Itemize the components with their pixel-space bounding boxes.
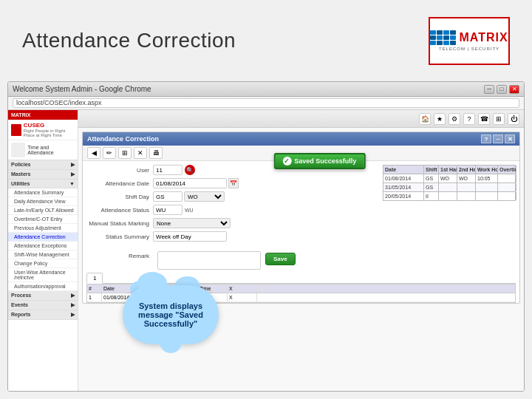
- attendance-status-sub: WU: [185, 208, 194, 213]
- status-summary-label: Status Summary: [86, 233, 153, 240]
- attendance-date-row: Attendance Date 📅: [86, 178, 379, 188]
- row2-workhours: [476, 183, 498, 191]
- masters-label[interactable]: Masters▶: [8, 170, 78, 180]
- logo-cell: [443, 35, 449, 40]
- form-left: User 🔍 Attendance Date 📅 Shift Day: [86, 165, 379, 245]
- bgr1-action[interactable]: X: [228, 293, 257, 301]
- nav-shift-wise[interactable]: Shift-Wise Management: [8, 250, 78, 259]
- panel-question-btn[interactable]: ?: [481, 134, 491, 143]
- col-workhours: Work Hours: [476, 166, 498, 174]
- row3-2ndhalf: [457, 192, 476, 200]
- attendance-status-input[interactable]: [153, 205, 183, 215]
- logo-top: MATRIX: [430, 30, 508, 45]
- save-button[interactable]: Save: [265, 253, 296, 265]
- browser-titlebar: Welcome System Admin - Google Chrome ─ □…: [8, 82, 524, 97]
- nav-attendance-summary[interactable]: Attendance Summary: [8, 188, 78, 197]
- panel-close-btn[interactable]: ✕: [505, 134, 515, 143]
- sidebar-nav: Time and Attendance Policies▶ Masters▶ U…: [8, 140, 78, 320]
- nav-exceptions[interactable]: Attendance Exceptions: [8, 242, 78, 250]
- col-date: Date: [383, 166, 424, 174]
- logo-cell: [443, 41, 449, 45]
- col-2ndhalf: 2nd Half: [457, 166, 476, 174]
- panel-controls: ? ─ ✕: [481, 134, 515, 143]
- phone-icon[interactable]: ☎: [478, 113, 490, 125]
- settings-icon[interactable]: ⚙: [449, 113, 460, 125]
- time-attendance-label: Time and Attendance: [27, 145, 75, 155]
- home-icon[interactable]: 🏠: [419, 113, 431, 125]
- sidebar: MATRIX CUSEG Right People in Right Place…: [8, 110, 78, 392]
- app-layout: MATRIX CUSEG Right People in Right Place…: [8, 110, 524, 392]
- power-icon[interactable]: ⏻: [508, 113, 519, 125]
- status-summary-input[interactable]: [153, 231, 227, 242]
- nav-user-attendance[interactable]: User-Wise Attendance /retrictve: [8, 268, 78, 282]
- browser-window: Welcome System Admin - Google Chrome ─ □…: [7, 81, 525, 392]
- shift-day-input[interactable]: [153, 191, 183, 202]
- logo-cell: [450, 41, 456, 45]
- toolbar-edit-btn[interactable]: ✏: [103, 147, 116, 159]
- main-content: 🏠 ★ ⚙ ? ☎ ⊞ ⏻ Attendance Correction ✓ Sa…: [78, 110, 524, 392]
- apps-icon[interactable]: ⊞: [493, 113, 505, 125]
- form-panel-titlebar: Attendance Correction ✓ Saved Successful…: [83, 132, 519, 146]
- panel-minimize-btn[interactable]: ─: [493, 134, 503, 143]
- logo-container: MATRIX TELECOM | SECURITY: [429, 17, 510, 65]
- sidebar-brand: MATRIX: [11, 112, 75, 117]
- browser-addressbar: localhost/COSEC/index.aspx: [8, 97, 524, 110]
- star-icon[interactable]: ★: [434, 113, 446, 125]
- grid-row[interactable]: 31/05/2014 GS: [383, 183, 516, 192]
- events-label[interactable]: Events▶: [8, 301, 78, 310]
- nav-auth-approval[interactable]: Authorisation/approval: [8, 282, 78, 291]
- manual-status-row: Manual Status Marking None: [86, 218, 379, 228]
- shift-select[interactable]: WO: [184, 191, 225, 202]
- toast-check-icon: ✓: [282, 157, 291, 166]
- toolbar-delete-btn[interactable]: ✕: [134, 147, 147, 159]
- logo-cell: [450, 30, 456, 35]
- help-icon[interactable]: ?: [463, 113, 475, 125]
- grid-header: Date Shift 1st Half 2nd Half Work Hours …: [383, 165, 516, 174]
- tab-1[interactable]: 1: [86, 273, 103, 284]
- logo-cell: [430, 30, 436, 35]
- row1-date: 01/08/2014: [383, 174, 424, 183]
- address-input[interactable]: localhost/COSEC/index.aspx: [13, 98, 519, 108]
- shift-day-row: Shift Day WO: [86, 191, 379, 202]
- reports-label[interactable]: Reports▶: [8, 310, 78, 320]
- browser-maximize-btn[interactable]: □: [497, 85, 507, 94]
- nav-late-in[interactable]: Late-In/Early OLT Allowed: [8, 206, 78, 215]
- row1-workhours: 10:05: [476, 174, 498, 183]
- grid-row[interactable]: 01/08/2014 GS WO WO 10:05: [383, 174, 516, 183]
- sidebar-user-info: CUSEG Right People in Right Place at Rig…: [24, 122, 75, 137]
- row2-overtime: [498, 183, 516, 191]
- browser-controls: ─ □ ✕: [484, 85, 519, 94]
- toolbar-copy-btn[interactable]: ⊞: [118, 147, 132, 159]
- col-shift: Shift: [424, 166, 439, 174]
- attendance-date-input[interactable]: [153, 178, 227, 188]
- attendance-status-row: Attendance Status WU: [86, 205, 379, 215]
- attendance-date-label: Attendance Date: [86, 180, 153, 187]
- ta-icon: [11, 143, 25, 157]
- user-input[interactable]: [153, 165, 183, 175]
- nav-attendance-correction[interactable]: Attendance Correction: [8, 233, 78, 242]
- row2-date: 31/05/2014: [383, 183, 424, 191]
- nav-overtime[interactable]: Overtime/C-OT Entry: [8, 215, 78, 224]
- cloud-callout: System displays message "Saved Successfu…: [123, 285, 219, 352]
- cloud-text: System displays message "Saved Successfu…: [129, 301, 213, 328]
- toolbar-print-btn[interactable]: 🖶: [149, 147, 163, 159]
- toolbar-back-btn[interactable]: ◀: [87, 147, 100, 159]
- process-label[interactable]: Process▶: [8, 291, 78, 301]
- nav-daily-view[interactable]: Daily Attendance View: [8, 197, 78, 206]
- logo-cell: [430, 35, 436, 40]
- user-search-btn[interactable]: 🔍: [185, 165, 195, 175]
- row3-workhours: [476, 192, 498, 200]
- manual-status-select[interactable]: None: [153, 218, 231, 228]
- nav-previous-adj[interactable]: Previous Adjustment: [8, 224, 78, 233]
- browser-minimize-btn[interactable]: ─: [484, 85, 494, 94]
- row3-1sthalf: [439, 192, 457, 200]
- grid-row[interactable]: 20/05/2014 II: [383, 192, 516, 201]
- utilities-label[interactable]: Utilities▼: [8, 180, 78, 188]
- nav-change-policy[interactable]: Change Policy: [8, 259, 78, 268]
- form-panel-title: Attendance Correction: [87, 135, 159, 143]
- remark-input[interactable]: [157, 251, 261, 270]
- titlebar-right: ✓ Saved Successfully ? ─ ✕: [481, 134, 515, 143]
- browser-close-btn[interactable]: ✕: [509, 85, 519, 94]
- date-picker-btn[interactable]: 📅: [228, 178, 239, 188]
- form-body: User 🔍 Attendance Date 📅 Shift Day: [83, 161, 519, 248]
